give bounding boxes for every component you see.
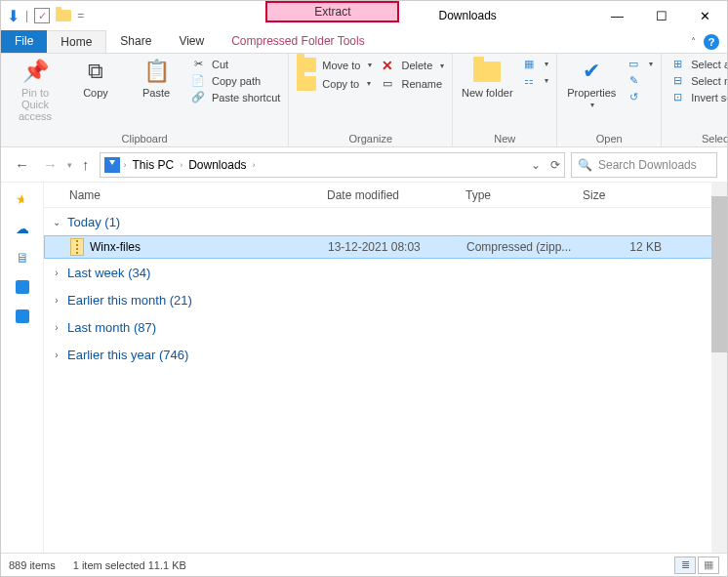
window-controls: — ☐ ✕ bbox=[595, 1, 727, 30]
minimize-button[interactable]: — bbox=[595, 1, 639, 30]
tab-home[interactable]: Home bbox=[47, 30, 106, 53]
up-button[interactable]: ↑ bbox=[78, 156, 94, 173]
select-all-icon: ⊞ bbox=[669, 58, 685, 70]
chevron-right-icon: › bbox=[50, 350, 63, 360]
copy-path-icon: 📄 bbox=[190, 74, 206, 87]
quick-access-icon[interactable]: ★ bbox=[14, 190, 31, 208]
dropdown-icon: ▾ bbox=[649, 60, 653, 68]
new-folder-icon bbox=[473, 58, 501, 85]
nav-item-icon[interactable] bbox=[14, 278, 31, 296]
group-label: Select bbox=[669, 131, 728, 144]
address-dropdown-icon[interactable]: ⌄ bbox=[531, 158, 541, 172]
ribbon-group-new: New folder ▦▾ ⚏▾ New bbox=[453, 54, 557, 146]
ribbon-group-select: ⊞Select all ⊟Select none ⊡Invert selecti… bbox=[662, 54, 728, 146]
group-last-month[interactable]: › Last month (87) bbox=[44, 313, 727, 341]
downloads-folder-icon bbox=[104, 157, 120, 173]
back-button[interactable]: ← bbox=[11, 156, 33, 173]
folder-icon bbox=[297, 58, 316, 72]
history-dropdown[interactable]: ▾ bbox=[67, 160, 72, 170]
copy-path-button[interactable]: 📄Copy path bbox=[190, 74, 280, 87]
breadcrumb-folder[interactable]: Downloads bbox=[186, 158, 248, 172]
new-folder-button[interactable]: New folder bbox=[461, 58, 513, 99]
column-date[interactable]: Date modified bbox=[327, 188, 465, 202]
dropdown-icon: ▾ bbox=[545, 60, 548, 68]
history-button[interactable]: ↺ bbox=[626, 91, 653, 103]
tab-compressed-tools[interactable]: Compressed Folder Tools bbox=[218, 30, 379, 53]
close-button[interactable]: ✕ bbox=[683, 1, 727, 30]
dropdown-icon: ▾ bbox=[440, 62, 444, 70]
nav-pane: ★ ☁ 🖥 bbox=[1, 183, 44, 553]
forward-button[interactable]: → bbox=[39, 156, 61, 173]
paste-shortcut-button[interactable]: 🔗Paste shortcut bbox=[190, 91, 280, 103]
easy-access-icon: ⚏ bbox=[521, 74, 537, 87]
group-last-week[interactable]: › Last week (34) bbox=[44, 259, 727, 286]
qat-new-folder-icon[interactable] bbox=[56, 10, 71, 21]
paste-shortcut-icon: 🔗 bbox=[190, 91, 206, 103]
breadcrumb-sep: › bbox=[180, 160, 182, 170]
chevron-right-icon: › bbox=[50, 268, 63, 278]
breadcrumb-root[interactable]: This PC bbox=[131, 158, 177, 172]
easy-access-button[interactable]: ⚏▾ bbox=[521, 74, 548, 87]
pin-icon: 📌 bbox=[22, 58, 49, 85]
select-all-button[interactable]: ⊞Select all bbox=[669, 58, 728, 70]
copy-to-button[interactable]: Copy to▾ bbox=[297, 76, 372, 91]
tab-view[interactable]: View bbox=[165, 30, 218, 53]
cut-button[interactable]: ✂Cut bbox=[190, 58, 280, 70]
collapse-ribbon-icon[interactable]: ˄ bbox=[691, 36, 696, 47]
delete-button[interactable]: ✕Delete▾ bbox=[380, 58, 444, 73]
breadcrumb-sep: › bbox=[124, 160, 127, 170]
open-icon: ▭ bbox=[626, 58, 641, 70]
tab-share[interactable]: Share bbox=[106, 30, 165, 53]
nav-item-icon[interactable] bbox=[14, 308, 31, 325]
move-to-button[interactable]: Move to▾ bbox=[297, 58, 372, 72]
status-selection: 1 item selected 11.1 KB bbox=[73, 559, 186, 571]
group-earlier-month[interactable]: › Earlier this month (21) bbox=[44, 286, 727, 313]
group-today[interactable]: ⌄ Today (1) bbox=[44, 208, 727, 235]
select-none-button[interactable]: ⊟Select none bbox=[669, 74, 728, 87]
onedrive-icon[interactable]: ☁ bbox=[14, 220, 31, 237]
status-bar: 889 items 1 item selected 11.1 KB ≣ ▦ bbox=[1, 553, 727, 576]
refresh-icon[interactable]: ⟳ bbox=[550, 158, 560, 172]
status-item-count: 889 items bbox=[9, 559, 56, 571]
file-row[interactable]: Winx-files 13-12-2021 08:03 Compressed (… bbox=[44, 235, 727, 259]
column-size[interactable]: Size bbox=[583, 188, 661, 202]
new-item-button[interactable]: ▦▾ bbox=[521, 58, 548, 70]
maximize-button[interactable]: ☐ bbox=[639, 1, 683, 30]
search-input[interactable]: 🔍 Search Downloads bbox=[571, 152, 717, 178]
group-label: New bbox=[461, 131, 548, 144]
dropdown-icon: ▾ bbox=[368, 61, 372, 69]
file-list: Name Date modified Type Size ⌄ Today (1)… bbox=[44, 183, 727, 553]
pin-quick-access-button[interactable]: 📌 Pin to Quick access bbox=[9, 58, 61, 122]
copy-button[interactable]: ⧉ Copy bbox=[69, 58, 122, 99]
this-pc-icon[interactable]: 🖥 bbox=[14, 249, 31, 267]
column-headers: Name Date modified Type Size bbox=[44, 183, 727, 208]
zip-file-icon bbox=[70, 238, 84, 256]
paste-button[interactable]: 📋 Paste bbox=[130, 58, 182, 99]
details-view-button[interactable]: ≣ bbox=[674, 556, 696, 574]
large-icons-view-button[interactable]: ▦ bbox=[698, 556, 719, 574]
rename-button[interactable]: ▭Rename bbox=[380, 77, 444, 90]
extract-tab-header[interactable]: Extract bbox=[265, 1, 399, 22]
edit-button[interactable]: ✎ bbox=[626, 74, 653, 87]
cut-icon: ✂ bbox=[190, 58, 206, 70]
history-icon: ↺ bbox=[626, 91, 641, 103]
breadcrumb-sep: › bbox=[253, 160, 256, 170]
qat-overflow-icon[interactable]: = bbox=[77, 9, 84, 22]
ribbon-group-clipboard: 📌 Pin to Quick access ⧉ Copy 📋 Paste ✂Cu… bbox=[1, 54, 289, 146]
folder-app-icon: ⬇ bbox=[7, 7, 20, 25]
column-name[interactable]: Name bbox=[69, 188, 327, 202]
qat-properties-icon[interactable]: ✓ bbox=[34, 8, 50, 23]
column-type[interactable]: Type bbox=[465, 188, 583, 202]
address-bar[interactable]: › This PC › Downloads › ⌄ ⟳ bbox=[100, 152, 566, 178]
edit-icon: ✎ bbox=[626, 74, 641, 87]
tab-file[interactable]: File bbox=[1, 30, 47, 53]
file-name: Winx-files bbox=[90, 240, 141, 254]
group-earlier-year[interactable]: › Earlier this year (746) bbox=[44, 341, 727, 368]
scrollbar-thumb[interactable] bbox=[711, 196, 727, 352]
window-title: Downloads bbox=[438, 9, 496, 22]
properties-button[interactable]: ✔ Properties ▾ bbox=[565, 58, 618, 109]
invert-selection-button[interactable]: ⊡Invert selection bbox=[669, 91, 728, 103]
help-icon[interactable]: ? bbox=[704, 34, 719, 50]
open-button[interactable]: ▭▾ bbox=[626, 58, 653, 70]
vertical-scrollbar[interactable] bbox=[711, 183, 727, 553]
